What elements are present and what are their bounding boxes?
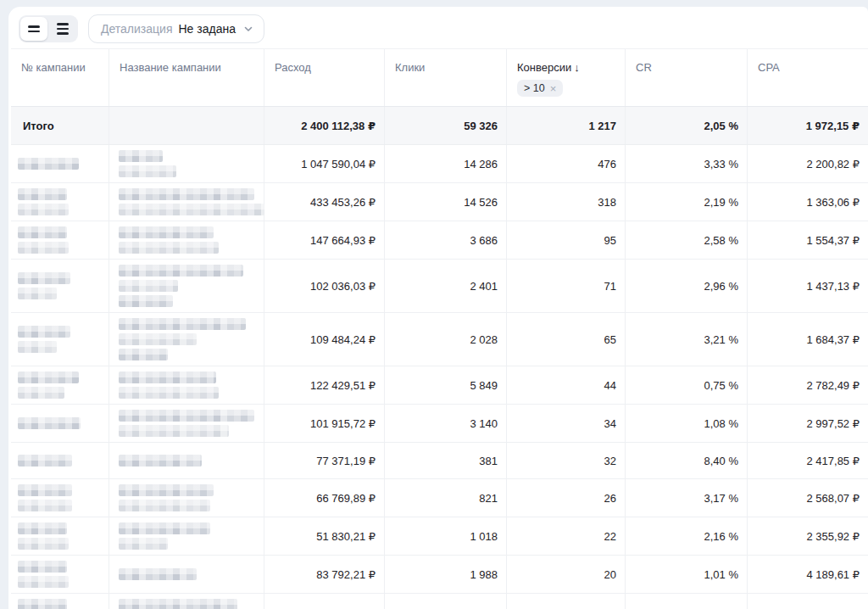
redacted-text — [119, 568, 197, 580]
totals-label: Итого — [11, 107, 108, 144]
conversions-filter-chip[interactable]: > 10 × — [517, 80, 563, 97]
campaign-id-cell — [11, 366, 108, 404]
redacted-text — [119, 242, 219, 254]
cpa-cell: 1 437,13 ₽ — [747, 260, 868, 312]
redacted-text — [119, 387, 219, 399]
conversions-cell: 95 — [506, 221, 625, 259]
chevron-down-icon — [243, 24, 253, 34]
campaign-name-cell — [108, 183, 264, 221]
redacted-text — [119, 455, 202, 467]
cr-cell: 2,16 % — [625, 517, 747, 555]
table-row: 109 484,24 ₽ 2 028 65 3,21 % 1 684,37 ₽ — [11, 313, 868, 366]
campaign-id-cell — [11, 556, 108, 593]
campaign-table: № кампании Название кампании Расход Клик… — [11, 48, 868, 609]
campaign-id-cell — [11, 313, 108, 366]
campaign-name-cell — [108, 517, 264, 555]
redacted-text — [119, 280, 178, 292]
totals-spend: 2 400 112,38 ₽ — [264, 107, 384, 144]
header-campaign-name[interactable]: Название кампании — [108, 49, 264, 106]
campaign-name-cell — [108, 313, 264, 366]
redacted-text — [119, 318, 246, 330]
detail-dropdown[interactable]: Детализация Не задана — [88, 14, 264, 43]
conversions-cell: 476 — [506, 145, 625, 182]
redacted-text — [18, 372, 79, 383]
table-row: 122 429,51 ₽ 5 849 44 0,75 % 2 782,49 ₽ — [11, 366, 868, 405]
table-row: 1 047 590,04 ₽ 14 286 476 3,33 % 2 200,8… — [11, 145, 868, 183]
cpa-cell: 2 417,85 ₽ — [747, 443, 868, 478]
detail-dropdown-value: Не задана — [178, 22, 235, 36]
campaign-id-cell — [11, 517, 108, 555]
redacted-text — [18, 455, 72, 467]
campaign-name-cell — [108, 405, 264, 442]
view-detailed-button[interactable] — [49, 17, 76, 41]
redacted-text — [18, 561, 67, 573]
totals-conversions: 1 217 — [506, 107, 625, 144]
redacted-text — [119, 150, 163, 162]
stats-card: Детализация Не задана № кампании Названи… — [8, 7, 868, 609]
spend-cell: 433 453,26 ₽ — [264, 183, 384, 221]
spend-cell: 77 371,19 ₽ — [264, 443, 384, 478]
clicks-cell: 5 849 — [384, 366, 506, 404]
campaign-name-cell — [108, 556, 264, 593]
header-cpa[interactable]: CPA — [747, 49, 868, 106]
conversions-cell: 34 — [506, 405, 625, 442]
detail-dropdown-label: Детализация — [101, 22, 172, 36]
view-compact-button[interactable] — [20, 17, 47, 41]
spend-cell: 102 036,03 ₽ — [264, 260, 384, 312]
totals-row: Итого 2 400 112,38 ₽ 59 326 1 217 2,05 %… — [11, 107, 868, 145]
cpa-cell: 2 355,92 ₽ — [747, 517, 868, 555]
header-cr[interactable]: CR — [625, 49, 747, 106]
clicks-cell: 3 140 — [384, 405, 506, 442]
redacted-text — [119, 500, 210, 511]
redacted-text — [119, 522, 210, 534]
cpa-cell: 1 684,37 ₽ — [747, 313, 868, 366]
table-body: 1 047 590,04 ₽ 14 286 476 3,33 % 2 200,8… — [11, 145, 868, 609]
two-lines-icon — [28, 25, 40, 32]
redacted-text — [18, 522, 67, 534]
filter-chip-text: > 10 — [524, 82, 545, 94]
clicks-cell: 9 202 — [384, 594, 506, 609]
header-spend[interactable]: Расход — [264, 49, 384, 106]
redacted-text — [18, 188, 67, 200]
cr-cell: 1,08 % — [625, 405, 747, 442]
redacted-text — [119, 599, 237, 609]
cr-cell: 0,75 % — [625, 366, 747, 404]
redacted-text — [119, 349, 168, 360]
cpa-cell: 2 782,49 ₽ — [747, 366, 868, 404]
redacted-text — [18, 242, 69, 254]
cpa-cell: 3 983,94 ₽ — [747, 594, 868, 609]
header-campaign-id[interactable]: № кампании — [11, 49, 108, 106]
campaign-id-cell — [11, 594, 108, 609]
redacted-text — [18, 538, 69, 550]
table-row: 101 915,72 ₽ 3 140 34 1,08 % 2 997,52 ₽ — [11, 405, 868, 443]
campaign-id-cell — [11, 221, 108, 259]
clicks-cell: 14 286 — [384, 145, 506, 182]
clicks-cell: 14 526 — [384, 183, 506, 221]
table-row: 83 792,21 ₽ 1 988 20 1,01 % 4 189,61 ₽ — [11, 556, 868, 594]
table-row: 102 036,03 ₽ 2 401 71 2,96 % 1 437,13 ₽ — [11, 260, 868, 313]
cpa-cell: 2 568,07 ₽ — [747, 479, 868, 517]
spend-cell: 1 047 590,04 ₽ — [264, 145, 384, 182]
header-conversions[interactable]: Конверсии↓ > 10 × — [506, 49, 625, 106]
campaign-name-cell — [108, 260, 264, 312]
redacted-text — [119, 425, 229, 437]
campaign-id-cell — [11, 145, 108, 182]
toolbar: Детализация Не задана — [8, 7, 868, 48]
redacted-text — [18, 226, 67, 238]
redacted-text — [18, 204, 69, 215]
filter-chip-close-icon[interactable]: × — [550, 83, 557, 94]
redacted-text — [119, 295, 173, 307]
spend-cell: 109 484,24 ₽ — [264, 313, 384, 366]
campaign-id-cell — [11, 260, 108, 312]
redacted-text — [18, 288, 57, 299]
redacted-text — [119, 204, 264, 215]
spend-cell: 55 775,14 ₽ — [264, 594, 384, 609]
clicks-cell: 1 988 — [384, 556, 506, 593]
clicks-cell: 1 018 — [384, 517, 506, 555]
redacted-text — [18, 576, 69, 588]
campaign-id-cell — [11, 183, 108, 221]
view-toggle — [19, 15, 78, 42]
campaign-name-cell — [108, 366, 264, 404]
clicks-cell: 821 — [384, 479, 506, 517]
header-clicks[interactable]: Клики — [384, 49, 506, 106]
